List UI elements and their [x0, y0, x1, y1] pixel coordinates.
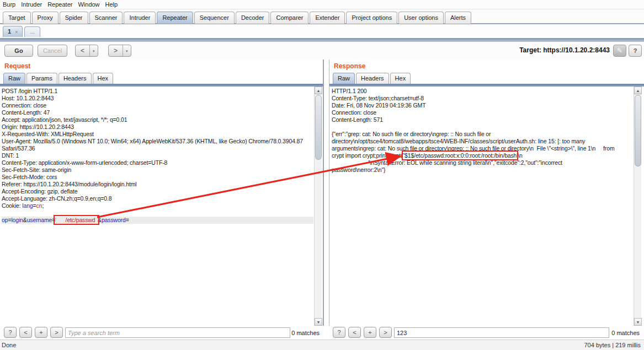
edit-target-button[interactable]: ✎ — [613, 45, 626, 57]
next-request-button[interactable]: > ▾ — [108, 45, 131, 57]
request-line: User-Agent: Mozilla/5.0 (Windows NT 10.0… — [2, 138, 313, 145]
tab-intruder[interactable]: Intruder — [124, 12, 156, 24]
request-editor-tabs: RawParamsHeadersHex — [3, 73, 114, 84]
chevron-down-icon[interactable]: ▾ — [89, 45, 98, 56]
scroll-down-icon[interactable]: ▼ — [634, 318, 642, 326]
response-panel: Response RawHeadersHex HTTP/1.1 200Conte… — [329, 60, 644, 326]
request-tab-headers[interactable]: Headers — [58, 73, 92, 84]
session-tab-label: 1 — [8, 28, 11, 35]
response-tab-raw[interactable]: Raw — [333, 73, 355, 84]
search-help-button[interactable]: ? — [333, 327, 345, 338]
request-line: Accept: application/json, text/javascrip… — [2, 116, 313, 123]
response-match-count: 0 matches — [611, 330, 640, 336]
session-tab-1[interactable]: 1× — [3, 26, 23, 37]
request-line: Referer: https://10.1.20.2:8443/module/l… — [2, 181, 313, 188]
request-search-bar: ? < + > 0 matches — [0, 326, 324, 340]
help-button[interactable]: ? — [629, 45, 642, 57]
request-line: Host: 10.1.20.2:8443 — [2, 95, 313, 102]
request-line: Connection: close — [2, 102, 313, 109]
menu-bar: BurpIntruderRepeaterWindowHelp — [0, 0, 644, 9]
tab-repeater[interactable]: Repeater — [157, 12, 193, 24]
request-panel: Request RawParamsHeadersHex POST /login … — [0, 60, 324, 326]
response-line: password\nerror:2\n"} — [332, 166, 634, 174]
tab-strip-divider — [0, 38, 644, 42]
menu-intruder[interactable]: Intruder — [21, 1, 42, 8]
menu-help[interactable]: Help — [105, 1, 118, 8]
response-editor[interactable]: HTTP/1.1 200Content-Type: text/json;char… — [330, 87, 634, 326]
tab-sequencer[interactable]: Sequencer — [194, 12, 235, 24]
tab-decoder[interactable]: Decoder — [236, 12, 270, 24]
request-tab-raw[interactable]: Raw — [3, 73, 25, 84]
response-tab-hex[interactable]: Hex — [390, 73, 411, 84]
response-line: arguments\ngrep: cat: No such file or di… — [332, 145, 634, 152]
menu-window[interactable]: Window — [78, 1, 99, 8]
status-bar: Done 704 bytes | 219 millis — [0, 340, 644, 350]
tab-proxy[interactable]: Proxy — [32, 12, 58, 24]
request-line: X-Requested-With: XMLHttpRequest — [2, 131, 313, 138]
tab-spider[interactable]: Spider — [60, 12, 88, 24]
search-next-button[interactable]: > — [379, 327, 392, 338]
request-tab-params[interactable]: Params — [26, 73, 57, 84]
search-next-button[interactable]: > — [50, 327, 63, 338]
search-add-button[interactable]: + — [364, 327, 376, 338]
annotation-box: ' /etc/passwd ' — [55, 217, 98, 223]
request-line: Content-Type: application/x-www-form-url… — [2, 159, 313, 166]
response-line: {"err":"grep: cat: No such file or direc… — [332, 131, 634, 138]
request-line — [2, 209, 313, 217]
request-line: Cookie: lang=cn; — [2, 202, 313, 209]
tab-target[interactable]: Target — [3, 12, 31, 24]
response-line — [332, 123, 634, 131]
target-url: https://10.1.20.2:8443 — [543, 46, 610, 54]
go-button[interactable]: Go — [4, 45, 33, 57]
close-tab-icon[interactable]: × — [15, 29, 18, 35]
tab-alerts[interactable]: Alerts — [445, 12, 471, 24]
tab-scanner[interactable]: Scanner — [89, 12, 123, 24]
main-tab-bar: TargetProxySpiderScannerIntruderRepeater… — [0, 9, 644, 24]
response-line: crypt import crypt;print crypt(''$1$/etc… — [332, 152, 634, 159]
response-search-bar: ? < + > 0 matches — [329, 326, 644, 340]
scrollbar-thumb[interactable] — [315, 95, 322, 160]
request-title: Request — [4, 62, 30, 70]
request-line: POST /login HTTP/1.1 — [2, 88, 313, 95]
request-search-input[interactable] — [65, 327, 290, 338]
cancel-button[interactable]: Cancel — [38, 45, 67, 57]
scrollbar-thumb[interactable] — [635, 95, 641, 166]
response-scrollbar[interactable]: ▲ ▼ — [634, 87, 641, 326]
menu-burp[interactable]: Burp — [3, 1, 15, 8]
response-line: Content-Length: 571 — [332, 116, 634, 123]
request-line: Sec-Fetch-Mode: cors — [2, 174, 313, 181]
request-editor[interactable]: POST /login HTTP/1.1Host: 10.1.20.2:8443… — [0, 87, 313, 326]
search-help-button[interactable]: ? — [4, 327, 17, 338]
scroll-up-icon[interactable]: ▲ — [315, 87, 322, 94]
menu-repeater[interactable]: Repeater — [47, 1, 72, 8]
target-display: Target: https://10.1.20.2:8443 — [519, 46, 610, 54]
search-prev-button[interactable]: < — [348, 327, 361, 338]
scroll-up-icon[interactable]: ▲ — [634, 87, 642, 94]
search-add-button[interactable]: + — [35, 327, 47, 338]
tab-comparer[interactable]: Comparer — [270, 12, 308, 24]
scroll-down-icon[interactable]: ▼ — [315, 318, 322, 326]
response-size-time: 704 bytes | 219 millis — [584, 342, 641, 348]
response-line: '\nSyntaxError: EOL while scanning strin… — [332, 159, 634, 166]
target-label: Target: — [519, 46, 541, 54]
chevron-down-icon[interactable]: ▾ — [123, 45, 131, 56]
request-line: Content-Length: 47 — [2, 109, 313, 116]
request-scrollbar[interactable]: ▲ ▼ — [314, 87, 322, 326]
response-line: Date: Fri, 08 Nov 2019 04:19:36 GMT — [332, 102, 634, 109]
response-line: Content-Type: text/json;charset=utf-8 — [332, 95, 634, 102]
tab-project-options[interactable]: Project options — [346, 12, 397, 24]
tab-extender[interactable]: Extender — [310, 12, 345, 24]
request-line: Accept-Language: zh-CN,zh;q=0.9,en;q=0.8 — [2, 195, 313, 202]
previous-request-button[interactable]: < ▾ — [75, 45, 98, 57]
search-prev-button[interactable]: < — [19, 327, 32, 338]
response-tab-headers[interactable]: Headers — [356, 73, 389, 84]
next-arrow-icon: > — [109, 45, 123, 56]
session-tab-overflow[interactable]: ... — [24, 26, 40, 37]
request-line: DNT: 1 — [2, 152, 313, 159]
tab-user-options[interactable]: User options — [398, 12, 444, 24]
annotation-box: '$1$/etc/passwd:root:x:0:0:root:/root:/b… — [403, 152, 517, 159]
response-search-input[interactable] — [394, 327, 609, 338]
request-tab-hex[interactable]: Hex — [93, 73, 114, 84]
request-line: Origin: https://10.1.20.2:8443 — [2, 123, 313, 131]
previous-arrow-icon: < — [76, 45, 89, 56]
